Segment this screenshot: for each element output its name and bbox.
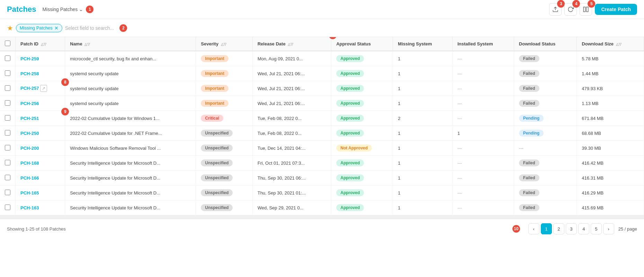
footer-count: Showing 1-25 of 108 Patches (7, 226, 66, 232)
row-checkbox[interactable] (5, 160, 10, 165)
patch-id-link[interactable]: PCH-251 (20, 116, 39, 121)
create-patch-button[interactable]: Create Patch (595, 4, 637, 15)
patch-id-link[interactable]: PCH-165 (20, 190, 39, 196)
approval-badge: Approved (336, 85, 364, 92)
patch-approval-status: Not Approved (331, 141, 393, 156)
patch-release-date: Wed, Jul 21, 2021 06:... (252, 96, 331, 111)
patch-name: Security Intelligence Update for Microso… (65, 156, 196, 171)
patch-id-link[interactable]: PCH-168 (20, 161, 39, 166)
sort-severity-icon[interactable]: △▽ (221, 42, 226, 46)
download-status-badge: Failed (519, 70, 539, 77)
page-5-button[interactable]: 5 (591, 223, 602, 234)
app-title: Patches (7, 5, 36, 14)
approval-badge: Approved (336, 174, 364, 181)
patch-id-link[interactable]: PCH-163 (20, 205, 39, 210)
patch-id-link[interactable]: PCH-258 (20, 71, 39, 76)
patch-download-size: 416.31 MB (577, 171, 644, 185)
top-bar-left: Patches Missing Patches ⌄ 1 (7, 4, 96, 15)
patch-installed-system: --- (453, 156, 514, 171)
select-all-checkbox[interactable] (5, 41, 10, 46)
page-1-button[interactable]: 1 (541, 223, 552, 234)
chevron-down-icon: ⌄ (79, 7, 83, 12)
patch-missing-system: 1 (393, 81, 453, 96)
th-approval-status-label: Approval Status (336, 41, 371, 46)
patch-approval-status: Approved (331, 126, 393, 141)
patch-download-status: Failed (514, 81, 577, 96)
patch-missing-system: 1 (393, 200, 453, 215)
next-page-button[interactable]: › (603, 223, 614, 234)
approval-badge: Approved (336, 100, 364, 107)
patch-id-link[interactable]: PCH-200 (20, 146, 39, 151)
patch-id-link[interactable]: PCH-256 (20, 101, 39, 106)
row-checkbox[interactable] (5, 100, 10, 106)
view-selector[interactable]: Missing Patches ⌄ 1 (39, 4, 96, 15)
patch-download-status: Failed (514, 66, 577, 81)
th-missing-system-label: Missing System (398, 41, 432, 46)
patch-severity: Unspecified (196, 156, 252, 171)
page-3-button[interactable]: 3 (566, 223, 577, 234)
patch-id-link[interactable]: PCH-257 (20, 86, 39, 91)
table-row: PCH-163Security Intelligence Update for … (0, 200, 644, 215)
patch-name: systemd security update (65, 96, 196, 111)
refresh-icon-button[interactable]: 4 (564, 3, 577, 16)
columns-icon-button[interactable]: 5 (580, 3, 592, 16)
patch-approval-status: Approved (331, 200, 393, 215)
patch-release-date: Wed, Jul 21, 2021 06:... (252, 66, 331, 81)
patch-release-date: Tue, Feb 08, 2022 0... (252, 111, 331, 126)
patch-id-link[interactable]: PCH-259 (20, 56, 39, 61)
page-4-button[interactable]: 4 (578, 223, 589, 234)
patch-missing-system: 1 (393, 51, 453, 66)
patch-approval-status: Approved (331, 156, 393, 171)
star-icon[interactable]: ★ (7, 24, 13, 32)
row-checkbox[interactable] (5, 175, 10, 180)
approval-badge: Not Approved (336, 145, 372, 152)
download-status-badge: Failed (519, 174, 539, 181)
th-installed-system-label: Installed System (457, 41, 493, 46)
search-input-placeholder[interactable]: Select field to search... (65, 25, 114, 31)
page-size-selector[interactable]: 25 / page (618, 226, 637, 232)
patch-release-date: Tue, Dec 14, 2021 04:... (252, 141, 331, 156)
row-checkbox[interactable] (5, 130, 10, 136)
svg-rect-2 (587, 7, 588, 12)
prev-page-button[interactable]: ‹ (528, 223, 539, 234)
top-bar-right: 3 4 5 Create Patch (549, 3, 637, 16)
download-status-badge: Failed (519, 100, 539, 107)
sort-download-size-icon[interactable]: △▽ (616, 42, 621, 46)
patch-id-link[interactable]: PCH-166 (20, 175, 39, 181)
patch-installed-system: --- (453, 111, 514, 126)
patch-missing-system: 1 (393, 156, 453, 171)
patch-installed-system: --- (453, 200, 514, 215)
table-row: PCH-258systemd security updateImportantW… (0, 66, 644, 81)
filter-tag-close[interactable]: ✕ (54, 25, 59, 31)
sort-patch-id-icon[interactable]: △▽ (41, 42, 46, 46)
row-checkbox[interactable] (5, 145, 10, 150)
row-checkbox[interactable] (5, 85, 10, 91)
filter-tag-missing-patches[interactable]: Missing Patches ✕ (16, 24, 62, 32)
patch-missing-system: 1 (393, 126, 453, 141)
row-checkbox[interactable] (5, 205, 10, 210)
sort-name-icon[interactable]: △▽ (84, 42, 90, 46)
export-icon-button[interactable]: 3 (549, 3, 562, 16)
patch-id-link[interactable]: PCH-250 (20, 131, 39, 136)
patch-release-date: Mon, Aug 09, 2021 0... (252, 51, 331, 66)
th-missing-system: Missing System (393, 37, 453, 51)
row-checkbox[interactable] (5, 115, 10, 121)
patch-download-status: Failed (514, 156, 577, 171)
open-new-icon[interactable]: ↗ (40, 85, 47, 92)
horizontal-scrollbar[interactable] (0, 215, 644, 219)
row-checkbox[interactable] (5, 55, 10, 61)
patch-missing-system: 1 (393, 66, 453, 81)
th-approval-status: Approval Status (331, 37, 393, 51)
patch-name: Security Intelligence Update for Microso… (65, 185, 196, 200)
table-row: PCH-257 ↗8systemd security updateImporta… (0, 81, 644, 96)
patch-download-status: Failed (514, 185, 577, 200)
patch-download-size: 1.13 MB (577, 96, 644, 111)
row-checkbox[interactable] (5, 70, 10, 76)
page-2-button[interactable]: 2 (553, 223, 564, 234)
annotation-badge-1: 1 (86, 6, 93, 13)
patch-severity: Unspecified (196, 200, 252, 215)
patch-approval-status: Approved (331, 51, 393, 66)
row-checkbox[interactable] (5, 190, 10, 195)
patch-approval-status: Approved (331, 111, 393, 126)
sort-release-date-icon[interactable]: △▽ (288, 42, 293, 46)
